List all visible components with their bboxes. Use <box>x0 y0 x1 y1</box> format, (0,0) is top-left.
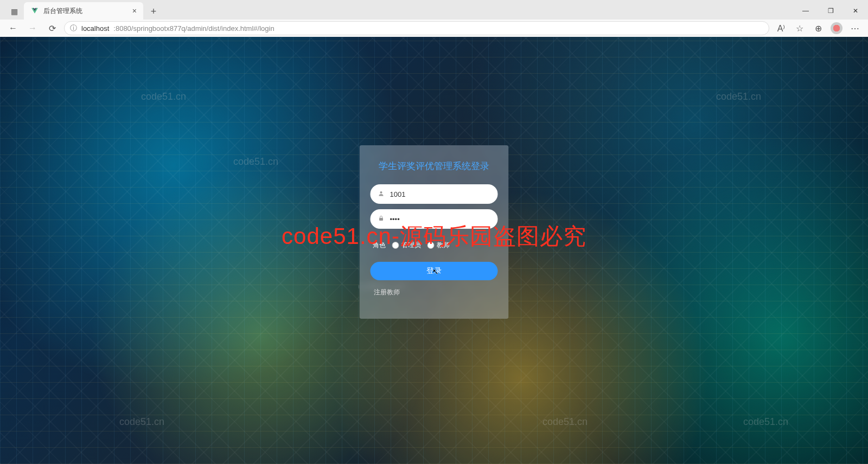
role-selection-row: 角色 管理员 教师 <box>371 234 498 256</box>
password-input[interactable] <box>390 215 490 223</box>
url-input[interactable]: ⓘ localhost:8080/springbootx877q/admin/d… <box>64 21 769 35</box>
radio-icon <box>392 242 399 249</box>
radio-icon <box>427 242 435 249</box>
username-input-group <box>371 184 498 204</box>
window-maximize-button[interactable]: ❐ <box>818 2 843 20</box>
login-panel: 学生评奖评优管理系统登录 角色 管理员 教师 登录 注册教师 <box>360 145 509 319</box>
refresh-button[interactable]: ⟳ <box>44 21 60 36</box>
login-button[interactable]: 登录 <box>371 262 498 280</box>
tabs-panel-button[interactable]: ▦ <box>4 3 24 20</box>
menu-icon[interactable]: ⋯ <box>847 21 863 36</box>
vue-favicon-icon <box>30 7 39 15</box>
window-minimize-button[interactable]: — <box>793 2 818 20</box>
forward-button[interactable]: → <box>25 21 40 36</box>
user-icon <box>378 190 386 198</box>
login-title: 学生评奖评优管理系统登录 <box>371 159 498 173</box>
window-controls: — ❐ ✕ <box>793 2 868 20</box>
lock-icon <box>378 215 386 223</box>
read-aloud-icon[interactable]: A⁾ <box>774 21 789 36</box>
browser-chrome: ▦ 后台管理系统 × + — ❐ ✕ ← → ⟳ ⓘ localhost:808… <box>0 0 868 37</box>
url-path: :8080/springbootx877q/admin/dist/index.h… <box>113 24 274 33</box>
back-button[interactable]: ← <box>5 21 21 36</box>
role-option-label: 管理员 <box>401 241 421 250</box>
role-option-label: 教师 <box>437 241 450 250</box>
new-tab-button[interactable]: + <box>145 3 162 20</box>
role-radio-admin[interactable]: 管理员 <box>392 241 421 250</box>
role-label: 角色 <box>373 241 386 250</box>
site-info-icon[interactable]: ⓘ <box>70 23 77 33</box>
svg-rect-1 <box>379 218 383 221</box>
window-close-button[interactable]: ✕ <box>843 2 868 20</box>
tab-bar: ▦ 后台管理系统 × + — ❐ ✕ <box>0 0 868 20</box>
register-teacher-link[interactable]: 注册教师 <box>374 288 400 297</box>
password-input-group <box>371 209 498 229</box>
browser-tab[interactable]: 后台管理系统 × <box>24 2 143 20</box>
page-content: code51.cn code51.cn code51.cn code51.cn … <box>0 37 868 464</box>
tab-close-icon[interactable]: × <box>132 7 137 15</box>
role-radio-teacher[interactable]: 教师 <box>427 241 450 250</box>
username-input[interactable] <box>390 190 490 198</box>
svg-point-0 <box>380 191 382 194</box>
favorites-icon[interactable]: ☆ <box>792 21 807 36</box>
profile-icon[interactable] <box>829 21 844 36</box>
url-host: localhost <box>81 24 109 33</box>
address-bar: ← → ⟳ ⓘ localhost:8080/springbootx877q/a… <box>0 20 868 37</box>
collections-icon[interactable]: ⊕ <box>810 21 826 36</box>
tab-title: 后台管理系统 <box>43 7 128 16</box>
